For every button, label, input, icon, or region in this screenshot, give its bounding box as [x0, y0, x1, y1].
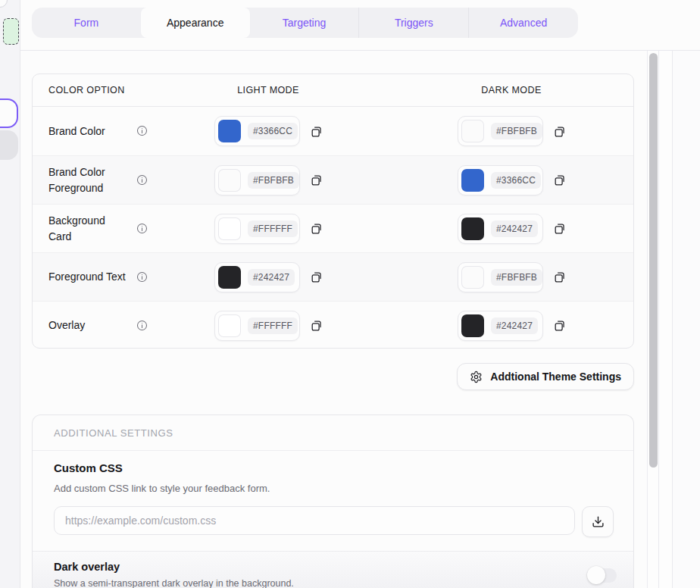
hex-value: #3366CC: [491, 172, 541, 189]
color-option-label: Background Card: [48, 213, 129, 244]
table-header-row: COLOR OPTION LIGHT MODE DARK MODE: [33, 74, 633, 107]
additional-settings-header: ADDITIONAL SETTINGS: [33, 415, 633, 451]
custom-css-title: Custom CSS: [54, 461, 614, 474]
column-header-dark-mode: DARK MODE: [458, 85, 565, 95]
copy-icon[interactable]: [553, 174, 566, 186]
column-header-color-option: COLOR OPTION: [33, 85, 214, 95]
copy-icon[interactable]: [553, 125, 566, 138]
copy-icon[interactable]: [310, 271, 323, 283]
top-bar: Form Appearance Targeting Triggers Advan…: [20, 0, 700, 51]
color-option-label: Brand Color Foreground: [48, 164, 129, 195]
dark-overlay-description: Show a semi-transparent dark overlay in …: [54, 578, 294, 588]
panel-divider: [658, 51, 659, 588]
dark-mode-color-input[interactable]: #FBFBFB: [458, 116, 543, 146]
tab-appearance[interactable]: Appearance: [141, 8, 250, 38]
copy-icon[interactable]: [553, 222, 566, 235]
color-swatch: [218, 120, 241, 142]
dark-mode-color-input[interactable]: #242427: [458, 311, 543, 341]
hex-value: #FFFFFF: [248, 220, 298, 237]
copy-icon[interactable]: [310, 319, 323, 332]
color-swatch: [461, 314, 484, 337]
info-icon[interactable]: [136, 125, 148, 136]
hex-value: #242427: [248, 269, 295, 286]
hex-value: #242427: [491, 220, 538, 237]
custom-css-section: Custom CSS Add custom CSS link to style …: [33, 451, 633, 551]
color-swatch: [461, 169, 484, 192]
table-row: Foreground Text #242427: [33, 252, 633, 301]
download-icon: [592, 515, 605, 528]
custom-css-description: Add custom CSS link to style your feedba…: [54, 483, 614, 494]
vertical-scrollbar[interactable]: [649, 53, 658, 468]
table-row: Brand Color #3366CC: [33, 107, 633, 155]
light-mode-color-input[interactable]: #FFFFFF: [214, 311, 300, 341]
color-option-label: Foreground Text: [48, 269, 129, 284]
copy-icon[interactable]: [553, 319, 566, 332]
tab-targeting[interactable]: Targeting: [250, 8, 359, 38]
copy-icon[interactable]: [310, 174, 323, 186]
panel-divider: [647, 51, 648, 588]
color-options-table: COLOR OPTION LIGHT MODE DARK MODE Brand …: [32, 74, 634, 349]
toggle-knob: [587, 566, 605, 584]
dark-mode-color-input[interactable]: #3366CC: [458, 165, 543, 195]
table-row: Overlay #FFFFFF: [33, 301, 633, 349]
column-header-light-mode: LIGHT MODE: [214, 85, 322, 95]
gear-icon: [470, 371, 483, 383]
tab-advanced[interactable]: Advanced: [468, 8, 578, 38]
color-swatch: [218, 169, 241, 192]
color-swatch: [218, 266, 241, 289]
additional-settings-card: ADDITIONAL SETTINGS Custom CSS Add custo…: [32, 414, 634, 588]
color-swatch: [218, 217, 241, 240]
hex-value: #FBFBFB: [491, 269, 542, 286]
dark-overlay-toggle[interactable]: [588, 568, 617, 583]
table-row: Brand Color Foreground #FBFBFB: [33, 155, 633, 204]
light-mode-color-input[interactable]: #FBFBFB: [214, 165, 300, 195]
settings-tab-bar: Form Appearance Targeting Triggers Advan…: [32, 8, 578, 38]
hex-value: #3366CC: [248, 123, 298, 139]
info-icon[interactable]: [136, 223, 148, 234]
tab-triggers[interactable]: Triggers: [358, 8, 468, 38]
light-mode-color-input[interactable]: #FFFFFF: [214, 214, 300, 244]
copy-icon[interactable]: [310, 125, 323, 138]
right-panel-edge: [673, 51, 700, 588]
preview-card-corner: [0, 0, 8, 8]
custom-css-input[interactable]: [54, 506, 575, 535]
preview-selected-block: [0, 99, 18, 128]
color-swatch: [461, 120, 484, 142]
color-swatch: [461, 217, 484, 240]
dark-mode-color-input[interactable]: #242427: [458, 214, 543, 244]
color-option-label: Brand Color: [48, 124, 129, 139]
hex-value: #242427: [491, 317, 538, 334]
preview-gray-block: [0, 130, 18, 160]
color-option-label: Overlay: [48, 317, 129, 333]
tab-form[interactable]: Form: [32, 8, 141, 38]
appearance-panel: COLOR OPTION LIGHT MODE DARK MODE Brand …: [20, 51, 647, 588]
hex-value: #FBFBFB: [248, 172, 299, 189]
info-icon[interactable]: [136, 271, 148, 283]
preview-green-block: [3, 18, 19, 45]
dark-overlay-section: Dark overlay Show a semi-transparent dar…: [33, 551, 633, 588]
light-mode-color-input[interactable]: #242427: [214, 262, 300, 292]
additional-theme-settings-label: Addtional Theme Settings: [490, 371, 621, 383]
left-preview-sliver: [0, 0, 20, 588]
copy-icon[interactable]: [553, 271, 566, 283]
info-icon[interactable]: [136, 320, 148, 331]
download-css-button[interactable]: [582, 506, 614, 537]
dark-mode-color-input[interactable]: #FBFBFB: [458, 262, 543, 292]
color-swatch: [218, 314, 241, 337]
table-body: Brand Color #3366CC: [33, 107, 633, 349]
light-mode-color-input[interactable]: #3366CC: [214, 116, 300, 146]
additional-theme-settings-button[interactable]: Addtional Theme Settings: [457, 363, 634, 390]
info-icon[interactable]: [136, 174, 148, 186]
color-swatch: [461, 266, 484, 289]
table-row: Background Card #FFFFFF: [33, 204, 633, 252]
hex-value: #FBFBFB: [491, 123, 542, 139]
dark-overlay-title: Dark overlay: [54, 561, 294, 573]
hex-value: #FFFFFF: [248, 317, 298, 334]
copy-icon[interactable]: [310, 222, 323, 235]
